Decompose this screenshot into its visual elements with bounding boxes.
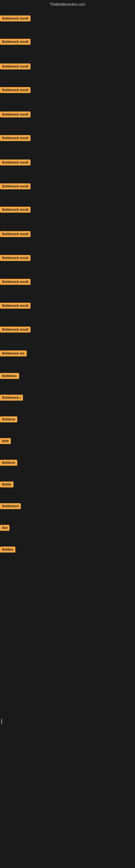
badge-container-21: Bottle xyxy=(0,482,13,489)
bottleneck-badge-11[interactable]: Bottleneck result xyxy=(0,255,31,261)
badge-container-17: Bottleneck r xyxy=(0,395,23,402)
badge-container-10: Bottleneck result xyxy=(0,231,31,238)
badge-container-23: Bot xyxy=(0,525,9,532)
badge-container-1: Bottleneck result xyxy=(0,16,31,23)
bottleneck-badge-16[interactable]: Bottlenec xyxy=(0,373,19,379)
bottleneck-badge-4[interactable]: Bottleneck result xyxy=(0,87,31,93)
bottleneck-badge-9[interactable]: Bottleneck result xyxy=(0,207,31,213)
badge-container-20: Bottlene xyxy=(0,460,17,467)
bottleneck-badge-8[interactable]: Bottleneck result xyxy=(0,183,31,189)
badge-container-19: Bott xyxy=(0,438,11,445)
badge-container-16: Bottlenec xyxy=(0,373,19,380)
badge-container-9: Bottleneck result xyxy=(0,207,31,214)
badge-container-2: Bottleneck result xyxy=(0,39,31,46)
badge-container-5: Bottleneck result xyxy=(0,112,31,119)
bottleneck-badge-14[interactable]: Bottleneck result xyxy=(0,327,31,333)
bottleneck-badge-10[interactable]: Bottleneck result xyxy=(0,231,31,237)
bottleneck-badge-15[interactable]: Bottleneck res xyxy=(0,350,27,356)
badge-container-22: Bottleneck xyxy=(0,503,21,510)
badge-container-15: Bottleneck res xyxy=(0,350,27,358)
bottleneck-badge-6[interactable]: Bottleneck result xyxy=(0,135,31,141)
badge-container-24: Bottlen xyxy=(0,547,15,554)
badge-container-11: Bottleneck result xyxy=(0,255,31,262)
bottleneck-badge-20[interactable]: Bottlene xyxy=(0,460,17,466)
badge-container-14: Bottleneck result xyxy=(0,327,31,334)
badge-container-12: Bottleneck result xyxy=(0,279,31,286)
bottleneck-badge-13[interactable]: Bottleneck result xyxy=(0,303,31,309)
badge-container-8: Bottleneck result xyxy=(0,183,31,190)
badge-container-3: Bottleneck result xyxy=(0,63,31,70)
site-title: TheBottlenecker.com xyxy=(0,0,135,9)
bottleneck-badge-19[interactable]: Bott xyxy=(0,438,11,444)
bottleneck-badge-22[interactable]: Bottleneck xyxy=(0,503,21,509)
bottleneck-badge-5[interactable]: Bottleneck result xyxy=(0,112,31,118)
bottleneck-badge-2[interactable]: Bottleneck result xyxy=(0,39,31,45)
bottleneck-badge-17[interactable]: Bottleneck r xyxy=(0,395,23,401)
bottleneck-badge-1[interactable]: Bottleneck result xyxy=(0,16,31,22)
bottleneck-badge-18[interactable]: Bottlene xyxy=(0,416,17,422)
badge-container-18: Bottlene xyxy=(0,416,17,424)
badge-container-13: Bottleneck result xyxy=(0,303,31,310)
bottleneck-badge-3[interactable]: Bottleneck result xyxy=(0,63,31,69)
bottleneck-badge-7[interactable]: Bottleneck result xyxy=(0,159,31,165)
badge-container-6: Bottleneck result xyxy=(0,135,31,142)
badge-container-7: Bottleneck result xyxy=(0,159,31,166)
bottleneck-badge-24[interactable]: Bottlen xyxy=(0,547,15,553)
cursor-line xyxy=(1,719,2,724)
bottleneck-badge-12[interactable]: Bottleneck result xyxy=(0,279,31,285)
bottleneck-badge-21[interactable]: Bottle xyxy=(0,482,13,488)
bottleneck-badge-23[interactable]: Bot xyxy=(0,525,9,531)
badge-container-4: Bottleneck result xyxy=(0,87,31,94)
